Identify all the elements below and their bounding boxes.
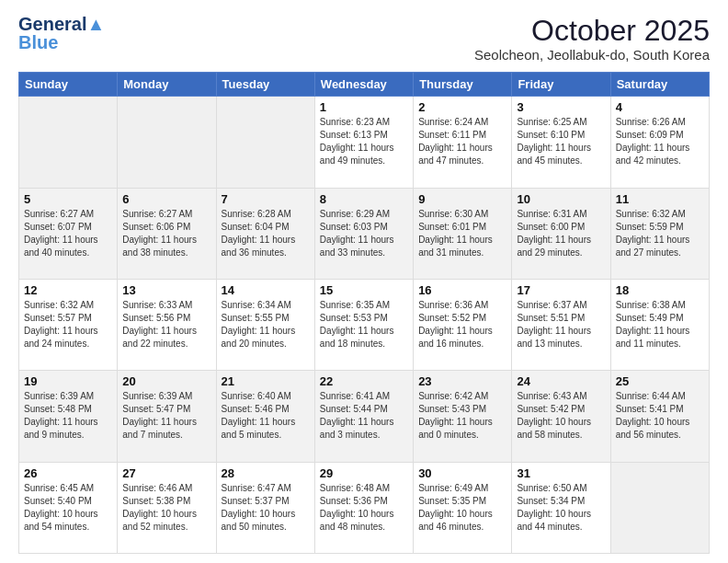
table-row (610, 462, 709, 553)
day-number: 21 (222, 374, 310, 388)
table-row: 3Sunrise: 6:25 AM Sunset: 6:10 PM Daylig… (512, 97, 610, 188)
day-info: Sunrise: 6:42 AM Sunset: 5:43 PM Dayligh… (418, 390, 506, 442)
day-number: 12 (24, 283, 112, 297)
day-info: Sunrise: 6:39 AM Sunset: 5:47 PM Dayligh… (122, 390, 210, 442)
day-number: 1 (320, 100, 408, 114)
col-wednesday: Wednesday (314, 73, 413, 97)
day-number: 18 (616, 283, 704, 297)
day-info: Sunrise: 6:28 AM Sunset: 6:04 PM Dayligh… (222, 208, 310, 259)
day-info: Sunrise: 6:46 AM Sunset: 5:38 PM Dayligh… (122, 482, 210, 534)
day-info: Sunrise: 6:33 AM Sunset: 5:56 PM Dayligh… (122, 299, 210, 350)
day-info: Sunrise: 6:34 AM Sunset: 5:55 PM Dayligh… (222, 299, 310, 350)
table-row: 7Sunrise: 6:28 AM Sunset: 6:04 PM Daylig… (216, 188, 314, 279)
day-number: 31 (517, 466, 605, 480)
table-row: 28Sunrise: 6:47 AM Sunset: 5:37 PM Dayli… (216, 462, 314, 553)
day-number: 4 (616, 100, 704, 114)
page: General▲ Blue October 2025 Seolcheon, Je… (0, 0, 728, 563)
day-number: 26 (24, 466, 112, 480)
day-info: Sunrise: 6:26 AM Sunset: 6:09 PM Dayligh… (616, 116, 704, 167)
col-thursday: Thursday (414, 73, 512, 97)
day-info: Sunrise: 6:41 AM Sunset: 5:44 PM Dayligh… (320, 390, 408, 442)
table-row: 4Sunrise: 6:26 AM Sunset: 6:09 PM Daylig… (610, 97, 709, 188)
day-info: Sunrise: 6:23 AM Sunset: 6:13 PM Dayligh… (320, 116, 408, 167)
table-row: 31Sunrise: 6:50 AM Sunset: 5:34 PM Dayli… (512, 462, 610, 553)
day-info: Sunrise: 6:35 AM Sunset: 5:53 PM Dayligh… (320, 299, 408, 350)
day-info: Sunrise: 6:32 AM Sunset: 5:57 PM Dayligh… (24, 299, 112, 350)
day-number: 16 (418, 283, 506, 297)
table-row: 11Sunrise: 6:32 AM Sunset: 5:59 PM Dayli… (610, 188, 709, 279)
table-row: 14Sunrise: 6:34 AM Sunset: 5:55 PM Dayli… (216, 279, 314, 370)
logo-blue: Blue (18, 33, 58, 52)
day-info: Sunrise: 6:40 AM Sunset: 5:46 PM Dayligh… (222, 390, 310, 442)
table-row: 2Sunrise: 6:24 AM Sunset: 6:11 PM Daylig… (414, 97, 512, 188)
day-number: 3 (517, 100, 605, 114)
day-info: Sunrise: 6:24 AM Sunset: 6:11 PM Dayligh… (418, 116, 506, 167)
table-row: 15Sunrise: 6:35 AM Sunset: 5:53 PM Dayli… (314, 279, 413, 370)
day-info: Sunrise: 6:31 AM Sunset: 6:00 PM Dayligh… (517, 208, 605, 259)
col-monday: Monday (118, 73, 216, 97)
table-row: 8Sunrise: 6:29 AM Sunset: 6:03 PM Daylig… (314, 188, 413, 279)
page-subtitle: Seolcheon, Jeollabuk-do, South Korea (474, 47, 710, 63)
logo: General▲ Blue (18, 15, 105, 52)
table-row: 9Sunrise: 6:30 AM Sunset: 6:01 PM Daylig… (414, 188, 512, 279)
table-row: 1Sunrise: 6:23 AM Sunset: 6:13 PM Daylig… (314, 97, 413, 188)
table-row: 19Sunrise: 6:39 AM Sunset: 5:48 PM Dayli… (19, 371, 118, 462)
day-number: 25 (616, 374, 704, 388)
table-row (216, 97, 314, 188)
day-info: Sunrise: 6:47 AM Sunset: 5:37 PM Dayligh… (222, 482, 310, 534)
table-row: 12Sunrise: 6:32 AM Sunset: 5:57 PM Dayli… (19, 279, 118, 370)
day-number: 30 (418, 466, 506, 480)
day-number: 9 (418, 192, 506, 206)
day-number: 29 (320, 466, 408, 480)
table-row: 10Sunrise: 6:31 AM Sunset: 6:00 PM Dayli… (512, 188, 610, 279)
day-info: Sunrise: 6:48 AM Sunset: 5:36 PM Dayligh… (320, 482, 408, 534)
table-row: 29Sunrise: 6:48 AM Sunset: 5:36 PM Dayli… (314, 462, 413, 553)
day-number: 28 (222, 466, 310, 480)
table-row: 17Sunrise: 6:37 AM Sunset: 5:51 PM Dayli… (512, 279, 610, 370)
day-number: 5 (24, 192, 112, 206)
day-number: 8 (320, 192, 408, 206)
day-number: 27 (122, 466, 210, 480)
page-title: October 2025 (474, 15, 710, 47)
day-info: Sunrise: 6:49 AM Sunset: 5:35 PM Dayligh… (418, 482, 506, 534)
table-row: 16Sunrise: 6:36 AM Sunset: 5:52 PM Dayli… (414, 279, 512, 370)
header: General▲ Blue October 2025 Seolcheon, Je… (18, 15, 710, 63)
day-number: 22 (320, 374, 408, 388)
table-row: 6Sunrise: 6:27 AM Sunset: 6:06 PM Daylig… (118, 188, 216, 279)
logo-general: General (18, 14, 86, 34)
day-number: 2 (418, 100, 506, 114)
day-info: Sunrise: 6:39 AM Sunset: 5:48 PM Dayligh… (24, 390, 112, 442)
day-info: Sunrise: 6:27 AM Sunset: 6:06 PM Dayligh… (122, 208, 210, 259)
day-number: 10 (517, 192, 605, 206)
day-info: Sunrise: 6:29 AM Sunset: 6:03 PM Dayligh… (320, 208, 408, 259)
table-row: 18Sunrise: 6:38 AM Sunset: 5:49 PM Dayli… (610, 279, 709, 370)
day-number: 17 (517, 283, 605, 297)
table-row (19, 97, 118, 188)
table-row: 22Sunrise: 6:41 AM Sunset: 5:44 PM Dayli… (314, 371, 413, 462)
day-info: Sunrise: 6:37 AM Sunset: 5:51 PM Dayligh… (517, 299, 605, 350)
day-number: 20 (122, 374, 210, 388)
day-number: 13 (122, 283, 210, 297)
col-friday: Friday (512, 73, 610, 97)
table-row: 20Sunrise: 6:39 AM Sunset: 5:47 PM Dayli… (118, 371, 216, 462)
day-info: Sunrise: 6:36 AM Sunset: 5:52 PM Dayligh… (418, 299, 506, 350)
day-number: 24 (517, 374, 605, 388)
day-number: 14 (222, 283, 310, 297)
day-info: Sunrise: 6:32 AM Sunset: 5:59 PM Dayligh… (616, 208, 704, 259)
day-info: Sunrise: 6:38 AM Sunset: 5:49 PM Dayligh… (616, 299, 704, 350)
day-number: 15 (320, 283, 408, 297)
table-row: 30Sunrise: 6:49 AM Sunset: 5:35 PM Dayli… (414, 462, 512, 553)
table-row: 26Sunrise: 6:45 AM Sunset: 5:40 PM Dayli… (19, 462, 118, 553)
table-row: 27Sunrise: 6:46 AM Sunset: 5:38 PM Dayli… (118, 462, 216, 553)
calendar-table: Sunday Monday Tuesday Wednesday Thursday… (18, 72, 710, 554)
table-row: 21Sunrise: 6:40 AM Sunset: 5:46 PM Dayli… (216, 371, 314, 462)
col-tuesday: Tuesday (216, 73, 314, 97)
table-row: 24Sunrise: 6:43 AM Sunset: 5:42 PM Dayli… (512, 371, 610, 462)
day-info: Sunrise: 6:44 AM Sunset: 5:41 PM Dayligh… (616, 390, 704, 442)
day-info: Sunrise: 6:43 AM Sunset: 5:42 PM Dayligh… (517, 390, 605, 442)
day-number: 11 (616, 192, 704, 206)
day-info: Sunrise: 6:45 AM Sunset: 5:40 PM Dayligh… (24, 482, 112, 534)
day-number: 6 (122, 192, 210, 206)
day-number: 19 (24, 374, 112, 388)
col-sunday: Sunday (19, 73, 118, 97)
